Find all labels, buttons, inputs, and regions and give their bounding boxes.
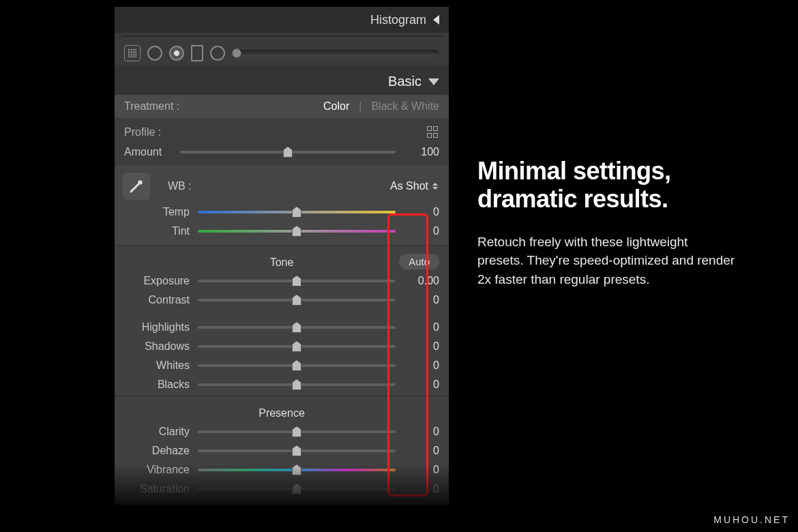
temp-row: Temp 0 bbox=[115, 203, 449, 222]
tone-block: Tone Auto Exposure0.00 Contrast0 Highlig… bbox=[115, 245, 449, 396]
clarity-slider[interactable] bbox=[198, 430, 396, 433]
profile-label: Profile : bbox=[124, 126, 161, 138]
amount-label: Amount bbox=[124, 146, 172, 158]
contrast-label: Contrast bbox=[124, 294, 190, 306]
amount-slider[interactable] bbox=[180, 151, 396, 153]
dehaze-label: Dehaze bbox=[124, 445, 190, 457]
basic-label: Basic bbox=[388, 74, 422, 89]
clarity-value[interactable]: 0 bbox=[404, 426, 439, 438]
vibrance-label: Vibrance bbox=[124, 464, 190, 476]
histogram-label: Histogram bbox=[370, 13, 426, 27]
clarity-label: Clarity bbox=[124, 426, 190, 438]
exposure-value[interactable]: 0.00 bbox=[404, 275, 439, 287]
vibrance-slider[interactable] bbox=[198, 469, 396, 471]
contrast-value[interactable]: 0 bbox=[404, 294, 439, 306]
exposure-label: Exposure bbox=[124, 275, 190, 287]
highlights-slider[interactable] bbox=[198, 326, 396, 329]
crop-tool-icon[interactable] bbox=[124, 45, 141, 61]
blacks-value[interactable]: 0 bbox=[404, 379, 439, 391]
updown-icon bbox=[432, 183, 439, 190]
tint-row: Tint 0 bbox=[115, 222, 449, 241]
whites-value[interactable]: 0 bbox=[404, 359, 439, 372]
saturation-label: Saturation bbox=[124, 483, 190, 495]
profile-browser-icon[interactable] bbox=[427, 126, 439, 138]
vibrance-value[interactable]: 0 bbox=[404, 464, 439, 476]
wb-label: WB : bbox=[162, 180, 378, 192]
chevron-down-icon bbox=[428, 78, 439, 85]
shadows-slider[interactable] bbox=[198, 345, 396, 348]
saturation-value[interactable]: 0 bbox=[404, 483, 439, 495]
watermark: MUHOU.NET bbox=[713, 514, 790, 525]
exposure-slider[interactable] bbox=[198, 280, 396, 282]
highlights-label: Highlights bbox=[124, 321, 190, 334]
separator: | bbox=[359, 100, 361, 113]
temp-value[interactable]: 0 bbox=[404, 206, 439, 218]
collapse-left-icon bbox=[433, 15, 439, 25]
tint-value[interactable]: 0 bbox=[404, 225, 439, 237]
tint-slider[interactable] bbox=[198, 230, 396, 233]
blacks-label: Blacks bbox=[124, 379, 190, 391]
wb-mode-value: As Shot bbox=[390, 180, 428, 192]
dehaze-value[interactable]: 0 bbox=[404, 445, 439, 457]
tool-strip bbox=[115, 38, 449, 65]
treatment-row: Treatment : Color | Black & White bbox=[115, 95, 449, 118]
marketing-body: Retouch freely with these lightweight pr… bbox=[477, 233, 737, 289]
svg-rect-0 bbox=[128, 49, 136, 57]
mask-slider[interactable] bbox=[232, 50, 439, 57]
treatment-color[interactable]: Color bbox=[323, 100, 349, 113]
tone-title-row: Tone Auto bbox=[115, 250, 449, 271]
tint-label: Tint bbox=[124, 225, 190, 237]
treatment-label: Treatment : bbox=[124, 100, 179, 113]
basic-section-header[interactable]: Basic bbox=[115, 65, 449, 95]
spot-tool-icon[interactable] bbox=[147, 46, 162, 61]
develop-panel: Histogram Basic Treatment : Color | Blac… bbox=[115, 7, 449, 505]
highlights-value[interactable]: 0 bbox=[404, 321, 439, 334]
presence-title: Presence bbox=[115, 400, 449, 422]
redeye-tool-icon[interactable] bbox=[169, 46, 184, 61]
temp-slider[interactable] bbox=[198, 211, 396, 213]
presence-block: Presence Clarity0 Dehaze0 Vibrance0 Satu… bbox=[115, 396, 449, 500]
svg-point-5 bbox=[138, 180, 143, 185]
radial-tool-icon[interactable] bbox=[210, 46, 225, 61]
auto-button[interactable]: Auto bbox=[399, 254, 439, 269]
wb-block: WB : As Shot Temp 0 Tint 0 bbox=[115, 166, 449, 245]
saturation-slider[interactable] bbox=[198, 488, 396, 490]
marketing-headline: Minimal settings, dramatic results. bbox=[477, 157, 737, 213]
gradient-tool-icon[interactable] bbox=[191, 45, 203, 61]
dehaze-slider[interactable] bbox=[198, 449, 396, 452]
blacks-slider[interactable] bbox=[198, 383, 396, 386]
whites-label: Whites bbox=[124, 359, 190, 372]
shadows-label: Shadows bbox=[124, 340, 190, 353]
temp-label: Temp bbox=[124, 206, 190, 218]
contrast-slider[interactable] bbox=[198, 299, 396, 301]
profile-block: Profile : Amount 100 bbox=[115, 118, 449, 166]
marketing-copy: Minimal settings, dramatic results. Reto… bbox=[477, 157, 737, 289]
histogram-header[interactable]: Histogram bbox=[115, 7, 449, 33]
amount-slider-row: Amount 100 bbox=[115, 143, 449, 162]
shadows-value[interactable]: 0 bbox=[404, 340, 439, 353]
tone-title: Tone bbox=[270, 256, 294, 268]
amount-value[interactable]: 100 bbox=[404, 146, 439, 158]
wb-dropdown[interactable]: As Shot bbox=[390, 180, 439, 192]
eyedropper-icon[interactable] bbox=[123, 173, 150, 200]
whites-slider[interactable] bbox=[198, 364, 396, 367]
treatment-bw[interactable]: Black & White bbox=[371, 100, 439, 113]
